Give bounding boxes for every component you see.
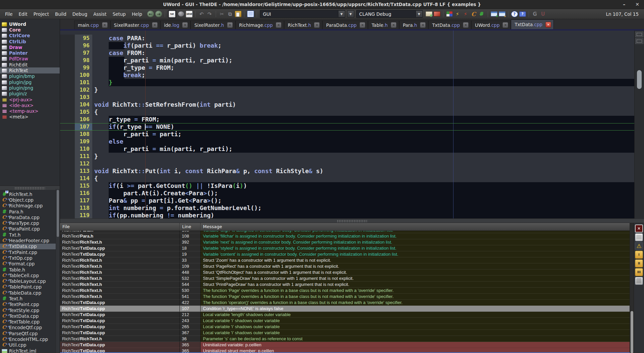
issue-row[interactable]: RichText/TxtData.cpp 365 Uninitialized v… <box>60 342 630 348</box>
tab[interactable]: RichImage.cpp ✕ <box>235 20 284 29</box>
globe-icon[interactable] <box>178 11 184 17</box>
package-item[interactable]: Painter <box>0 50 60 56</box>
text-mode-icon[interactable]: txt <box>169 11 175 17</box>
issue-row[interactable]: RichText/TxtData.cpp 18 Variable 'stylei… <box>60 245 630 251</box>
gdb-icon[interactable]: G <box>532 10 538 18</box>
close-panel-icon[interactable]: ✕ <box>635 224 643 233</box>
file-item[interactable]: TableLayout.cpp <box>0 278 60 284</box>
file-item[interactable]: EncodeHTML.cpp <box>0 336 60 342</box>
chevron-down-icon[interactable]: ▼ <box>416 11 422 17</box>
file-item[interactable]: TxtOp.cpp <box>0 255 60 261</box>
build-icon[interactable]: ⚡ <box>454 10 461 18</box>
add-package-icon[interactable] <box>426 11 432 16</box>
package-item[interactable]: <ide-aux> <box>0 102 60 108</box>
issue-row[interactable]: RichText/TxtData.cpp 367 Local variable … <box>60 330 630 336</box>
run-options-icon[interactable] <box>499 11 505 16</box>
package-item[interactable]: plugin/png <box>0 85 60 91</box>
nav-back-icon[interactable]: ← <box>147 11 154 17</box>
code-editor[interactable]: 95 case PARA: 96 if(parti == r_parti) br… <box>60 31 644 218</box>
package-item[interactable]: <temp-aux> <box>0 108 60 114</box>
file-item[interactable]: RichText.iml <box>0 348 60 353</box>
issue-row[interactable]: RichText/RichText.h 541 The function 'Pa… <box>60 294 630 300</box>
help-icon[interactable]: ? <box>511 11 518 17</box>
tab-close-icon[interactable]: ✕ <box>545 22 551 28</box>
layout-designer-icon[interactable] <box>446 11 453 17</box>
scrollbar-thumb[interactable] <box>57 190 59 237</box>
separator[interactable] <box>244 11 245 17</box>
file-item[interactable]: EncodeQtf.cpp <box>0 325 60 331</box>
panel-splitter[interactable] <box>60 218 644 223</box>
scrollbar-thumb[interactable] <box>637 70 642 89</box>
breakpoint-margin[interactable] <box>60 42 75 49</box>
file-item[interactable]: Object.cpp <box>0 197 60 203</box>
tab[interactable]: Para.h ✕ <box>399 20 429 29</box>
file-item[interactable]: HeaderFooter.cpp <box>0 238 60 243</box>
separator[interactable] <box>165 11 165 17</box>
breakpoint-margin[interactable] <box>60 79 75 86</box>
file-item[interactable]: ParseQtf.cpp <box>0 331 60 336</box>
file-item[interactable]: ParaType.cpp <box>0 220 60 226</box>
paste-icon[interactable] <box>235 11 241 17</box>
close-button[interactable]: ✕ <box>635 0 639 9</box>
context-help-icon[interactable]: ? <box>519 11 526 17</box>
separator[interactable] <box>257 11 257 17</box>
issue-row[interactable]: RichText/RichText.h 530 The function 'Pa… <box>60 288 630 294</box>
main-package-select[interactable]: GUI ▼ <box>260 10 345 18</box>
issue-row[interactable]: RichText/TxtData.cpp 243 Local variable … <box>60 318 630 324</box>
upp-icon[interactable]: U <box>540 10 546 18</box>
tab[interactable]: main.cpp ✕ <box>74 20 110 29</box>
breakpoint-margin[interactable] <box>60 212 75 218</box>
breakpoint-margin[interactable] <box>60 94 75 101</box>
issue-row[interactable]: RichText/TxtData.cpp 422 The function 'o… <box>60 300 630 306</box>
file-item[interactable]: TxtPaint.cpp <box>0 249 60 255</box>
breakpoint-margin[interactable] <box>60 123 75 130</box>
breakpoint-margin[interactable] <box>60 145 75 153</box>
breakpoint-margin[interactable] <box>60 160 75 167</box>
warnings-icon[interactable]: ⚠ <box>635 242 643 250</box>
c-language-icon[interactable]: C <box>470 10 477 18</box>
tab-close-icon[interactable]: ✕ <box>314 22 320 28</box>
file-item[interactable]: RichImage.cpp <box>0 203 60 209</box>
issue-row[interactable]: RichText/TxtData.cpp 107 Condition 'r_ty… <box>60 306 630 312</box>
file-item[interactable]: Format.cpp <box>0 261 60 267</box>
build-method-select[interactable]: CLANG Debug ▼ <box>356 10 423 18</box>
tab-close-icon[interactable]: ✕ <box>463 22 469 28</box>
package-item[interactable]: <prj-aux> <box>0 97 60 102</box>
breakpoint-margin[interactable] <box>60 49 75 57</box>
tab-close-icon[interactable]: ✕ <box>227 22 233 28</box>
file-item[interactable]: Para.h <box>0 209 60 214</box>
file-item[interactable]: TablePaint.cpp <box>0 284 60 290</box>
issue-row[interactable]: RichText/Para.h 108 Variable 'fillchar' … <box>60 233 630 239</box>
breakpoint-margin[interactable] <box>60 190 75 197</box>
scrollbar-thumb[interactable] <box>631 311 633 353</box>
cut-icon[interactable]: ✂ <box>219 10 225 18</box>
sidebar-splitter[interactable] <box>0 186 60 190</box>
menu-item[interactable]: Edit <box>16 9 31 19</box>
hash-language-icon[interactable]: # <box>478 10 485 18</box>
breakpoint-margin[interactable] <box>60 64 75 71</box>
menu-item[interactable]: Help <box>129 9 145 19</box>
tab[interactable]: ParaData.cpp ✕ <box>322 20 368 29</box>
column-header-message[interactable]: Message <box>201 223 630 231</box>
package-item[interactable]: CtrlLib <box>0 39 60 44</box>
tab-close-icon[interactable]: ✕ <box>102 22 108 28</box>
document-icon[interactable] <box>247 11 254 17</box>
file-item[interactable]: Txt.h <box>0 232 60 238</box>
tab[interactable]: SixelRaster.cpp ✕ <box>110 20 160 29</box>
separator[interactable] <box>529 11 529 17</box>
file-item[interactable]: TableData.cpp <box>0 290 60 296</box>
breakpoint-margin[interactable] <box>60 182 75 190</box>
tab[interactable]: TxtData.cpp ✕ <box>428 20 471 29</box>
breakpoint-margin[interactable] <box>60 116 75 123</box>
run-icon[interactable] <box>491 11 497 16</box>
package-item[interactable]: plugin/bmp <box>0 73 60 79</box>
breakpoint-margin[interactable] <box>60 101 75 108</box>
column-header-file[interactable]: File <box>60 223 180 231</box>
separator[interactable] <box>195 11 196 17</box>
breakpoint-margin[interactable] <box>60 153 75 160</box>
file-item[interactable]: Text.h <box>0 296 60 301</box>
file-item[interactable]: TableCell.cpp <box>0 272 60 278</box>
breakpoint-margin[interactable] <box>60 86 75 94</box>
editor-scrollbar[interactable] <box>634 31 644 218</box>
tab-close-icon[interactable]: ✕ <box>502 22 508 28</box>
